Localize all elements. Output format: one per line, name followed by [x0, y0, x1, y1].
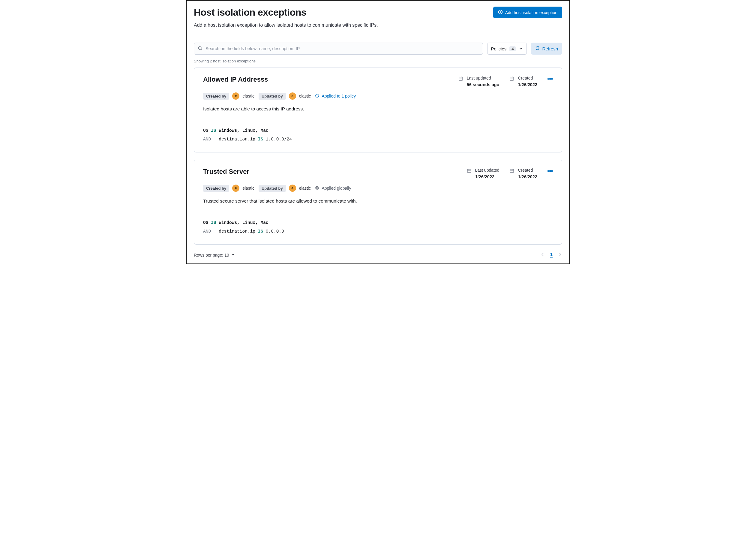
updated-by-pill: Updated by — [259, 93, 286, 100]
svg-rect-25 — [550, 171, 551, 172]
created-value: 1/26/2022 — [518, 174, 537, 179]
svg-line-4 — [201, 49, 202, 51]
next-page-button[interactable] — [558, 253, 562, 258]
rows-per-page-label: Rows per page: 10 — [194, 253, 229, 258]
avatar: e — [232, 184, 239, 192]
chevron-down-icon — [231, 253, 235, 258]
svg-rect-13 — [548, 78, 549, 80]
avatar: e — [289, 184, 296, 192]
rule-value: 1.0.0.0/24 — [266, 137, 292, 142]
rule-op: IS — [258, 137, 263, 142]
last-updated-label: Last updated — [475, 168, 499, 173]
svg-rect-9 — [510, 77, 514, 80]
rule-and: AND — [203, 229, 211, 234]
card-actions-button[interactable] — [548, 76, 553, 82]
applied-text: Applied to 1 policy — [322, 94, 356, 98]
updated-by-pill: Updated by — [259, 185, 286, 192]
rule-op: IS — [258, 229, 263, 234]
current-page[interactable]: 1 — [550, 252, 553, 258]
rule-op: IS — [211, 220, 216, 225]
pagination: 1 — [540, 252, 562, 258]
avatar: e — [289, 93, 296, 100]
rule-value: Windows, Linux, Mac — [219, 128, 268, 133]
card-title: Trusted Server — [203, 168, 249, 176]
updated-by-user: elastic — [299, 186, 311, 191]
created-by-pill: Created by — [203, 185, 229, 192]
card-actions-button[interactable] — [548, 168, 553, 174]
card-description: Isolated hosts are able to access this I… — [203, 106, 553, 112]
updated-by-user: elastic — [299, 94, 311, 98]
svg-rect-15 — [551, 78, 553, 80]
rule-field: destination.ip — [219, 229, 255, 234]
policies-count: 4 — [509, 46, 516, 51]
exception-card: Allowed IP Addresss Last updated 56 seco… — [194, 67, 562, 153]
refresh-label: Refresh — [542, 46, 558, 51]
last-updated-value: 56 seconds ago — [467, 82, 499, 87]
rule-field: OS — [203, 128, 208, 133]
rule-field: destination.ip — [219, 137, 255, 142]
svg-rect-16 — [467, 169, 471, 173]
search-box[interactable] — [194, 43, 483, 55]
applied-policy-link[interactable]: Applied to 1 policy — [315, 94, 356, 99]
created-by-user: elastic — [242, 186, 254, 191]
results-count-text: Showing 2 host isolation exceptions — [194, 59, 562, 63]
search-icon — [198, 46, 203, 52]
card-title: Allowed IP Addresss — [203, 76, 268, 83]
created-label: Created — [518, 76, 537, 80]
rule-value: 0.0.0.0 — [266, 229, 284, 234]
calendar-icon — [509, 168, 514, 174]
plus-circle-icon — [498, 9, 503, 15]
policies-label: Policies — [491, 46, 507, 51]
refresh-icon — [535, 46, 540, 51]
rule-op: IS — [211, 128, 216, 133]
last-updated-value: 1/26/2022 — [475, 174, 499, 179]
calendar-icon — [458, 76, 463, 82]
rule-block: OS IS Windows, Linux, Mac AND destinatio… — [194, 119, 562, 152]
svg-rect-26 — [551, 171, 553, 172]
svg-rect-20 — [510, 169, 514, 173]
prev-page-button[interactable] — [540, 253, 545, 258]
calendar-icon — [509, 76, 514, 82]
rule-field: OS — [203, 220, 208, 225]
created-value: 1/26/2022 — [518, 82, 537, 87]
rule-block: OS IS Windows, Linux, Mac AND destinatio… — [194, 211, 562, 244]
page-subtitle: Add a host isolation exception to allow … — [194, 22, 562, 28]
partial-icon — [315, 94, 319, 99]
add-exception-label: Add host isolation exception — [505, 10, 557, 15]
rule-and: AND — [203, 137, 211, 142]
search-input[interactable] — [203, 46, 479, 51]
card-description: Trusted secure server that isolated host… — [203, 198, 553, 204]
chevron-down-icon — [519, 46, 523, 51]
svg-point-3 — [198, 46, 201, 49]
globe-icon — [315, 186, 319, 191]
add-exception-button[interactable]: Add host isolation exception — [493, 6, 562, 18]
applied-text: Applied globally — [322, 186, 351, 191]
svg-rect-5 — [459, 77, 463, 80]
refresh-button[interactable]: Refresh — [531, 43, 562, 55]
created-label: Created — [518, 168, 537, 173]
applied-globally: Applied globally — [315, 186, 351, 191]
rule-value: Windows, Linux, Mac — [219, 220, 268, 225]
created-by-pill: Created by — [203, 93, 229, 100]
policies-filter-button[interactable]: Policies 4 — [487, 43, 527, 55]
calendar-icon — [467, 168, 472, 174]
svg-rect-24 — [548, 171, 549, 172]
page-title: Host isolation exceptions — [194, 7, 306, 18]
divider — [194, 36, 562, 36]
exception-card: Trusted Server Last updated 1/26/2022 — [194, 160, 562, 245]
created-by-user: elastic — [242, 94, 254, 98]
avatar: e — [232, 93, 239, 100]
svg-rect-14 — [550, 78, 551, 80]
rows-per-page-button[interactable]: Rows per page: 10 — [194, 253, 235, 258]
last-updated-label: Last updated — [467, 76, 499, 80]
